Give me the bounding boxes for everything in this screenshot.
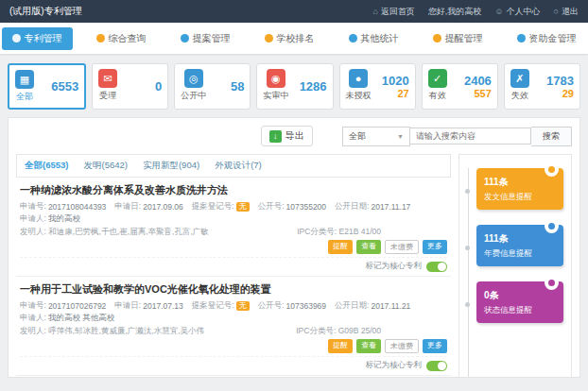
nav-item-1[interactable]: 综合查询 — [86, 27, 157, 50]
reminder-label: 状态信息提醒 — [484, 305, 556, 316]
ipc-class: IPC分类号: G09B 25/00 — [296, 326, 381, 337]
nav-item-icon — [433, 34, 441, 42]
header-link-1[interactable]: 您好,我的高校 — [428, 6, 482, 18]
reminder-card-2[interactable]: 0条状态信息提醒 — [476, 281, 563, 323]
stat-extra-value: 27 — [397, 88, 408, 99]
stat-left: ◉实审中 — [263, 69, 288, 104]
meta-value: 2017108044393 — [48, 202, 106, 212]
unauthorized-icon: ● — [349, 69, 368, 88]
stat-card-受理[interactable]: ✉受理0 — [92, 63, 168, 110]
stat-right: 178329 — [546, 69, 574, 104]
view-badge[interactable]: 查看 — [356, 240, 381, 254]
header-link-label: 返回首页 — [381, 6, 415, 18]
meta-field: 公开号:107355200 — [258, 201, 326, 212]
meta-field: 申请号:2017108044393 — [20, 201, 106, 212]
reminder-card-1[interactable]: 111条年费信息提醒 — [476, 225, 563, 266]
reminder-card-0[interactable]: 111条发文信息提醒 — [476, 168, 563, 210]
stat-card-失效[interactable]: ✗失效178329 — [504, 63, 580, 110]
patent-title[interactable]: 一种纳滤浓水酸分离体系及改善水质洗井方法 — [20, 183, 447, 197]
meta-field: 公开号:107363969 — [258, 300, 326, 312]
patent-list: 一种纳滤浓水酸分离体系及改善水质洗井方法申请号:2017108044393申请日… — [16, 178, 451, 378]
home-icon: ⌂ — [372, 7, 377, 16]
patent-title[interactable]: 一种用于工业试验和教学的VOC光催化氧化处理的装置 — [20, 282, 447, 297]
meta-value: 我的高校 其他高校 — [48, 313, 114, 324]
ipc-class: IPC分类号: E21B 41/00 — [297, 227, 381, 238]
reminder-sidebar: 111条发文信息提醒111条年费信息提醒0条状态信息提醒 — [458, 154, 572, 378]
nav-item-icon — [265, 34, 273, 42]
invalid-icon: ✗ — [510, 69, 529, 88]
meta-label: 公开号: — [258, 300, 285, 312]
search-input[interactable] — [410, 128, 531, 144]
tab-2[interactable]: 实用新型(904) — [143, 160, 199, 172]
meta-field: 申请号:2017107026792 — [20, 300, 106, 312]
filter-select[interactable]: 全部 ▼ — [342, 127, 410, 146]
nav-item-label: 综合查询 — [109, 32, 147, 45]
reminder-badge[interactable]: 提醒 — [328, 240, 353, 254]
header-links: ⌂返回首页您好,我的高校☺个人中心○退出 — [372, 6, 579, 18]
stat-value: 1783 — [546, 74, 574, 88]
stat-right: 0 — [155, 69, 162, 104]
toolbar: ↓ 导出 全部 ▼ 搜索 — [16, 126, 572, 146]
mark-core-row: 标记为核心专利 — [20, 257, 447, 272]
reminder-badge[interactable]: 提醒 — [328, 339, 353, 353]
nav-item-6[interactable]: 资助金管理 — [507, 27, 587, 50]
meta-field: 申请日:2017.09.06 — [114, 201, 182, 212]
stat-card-实审中[interactable]: ◉实审中1286 — [256, 63, 333, 110]
stat-label: 全部 — [16, 91, 33, 103]
view-badge[interactable]: 查看 — [356, 339, 381, 353]
nav-item-label: 专利管理 — [25, 32, 62, 45]
unpaid-badge[interactable]: 未缴费 — [385, 339, 419, 353]
meta-label: 公开号: — [258, 201, 285, 212]
meta-field: 提案登记号:无 — [192, 300, 250, 312]
stat-right: 58 — [231, 69, 244, 104]
more-badge[interactable]: 更多 — [423, 240, 447, 254]
nav-item-0[interactable]: 专利管理 — [2, 27, 73, 50]
nav-item-3[interactable]: 学校排名 — [254, 27, 325, 50]
core-patent-toggle[interactable] — [426, 361, 447, 371]
stat-card-全部[interactable]: ▦全部6553 — [8, 63, 86, 110]
nav-item-icon — [181, 34, 189, 42]
nav-item-label: 资助金管理 — [529, 32, 577, 45]
bell-icon — [545, 276, 559, 290]
tab-0[interactable]: 全部(6553) — [25, 160, 68, 172]
inventors-text: 发明人: 呼萍伟,邹冰胜,黄威廉,广濑汰,水慧宜,吴小伟 — [20, 326, 204, 337]
meta-value: 2017107026792 — [48, 301, 106, 311]
stat-card-有效[interactable]: ✓有效2406557 — [422, 63, 498, 110]
patent-badges: 提醒查看未缴费更多 — [20, 240, 447, 254]
nav-item-4[interactable]: 其他统计 — [338, 27, 409, 50]
header-link-label: 您好,我的高校 — [428, 6, 482, 18]
core-patent-toggle[interactable] — [426, 262, 447, 272]
meta-field: 公开日期:2017.11.21 — [335, 300, 410, 312]
more-badge[interactable]: 更多 — [423, 339, 447, 353]
stat-label: 受理 — [99, 90, 116, 102]
reminder-count: 111条 — [484, 176, 556, 189]
stat-left: ✓有效 — [428, 69, 447, 104]
nav-item-5[interactable]: 提醒管理 — [423, 27, 493, 50]
reminder-label: 年费信息提醒 — [484, 248, 556, 260]
header-link-0[interactable]: ⌂返回首页 — [372, 6, 414, 18]
nav-item-label: 提案管理 — [193, 32, 231, 45]
tab-3[interactable]: 外观设计(7) — [215, 160, 262, 172]
patent-line2: 发明人: 呼萍伟,邹冰胜,黄威廉,广濑汰,水慧宜,吴小伟IPC分类号: G09B… — [20, 326, 447, 337]
search-button[interactable]: 搜索 — [531, 127, 572, 146]
stat-left: ✉受理 — [98, 69, 117, 104]
export-button[interactable]: ↓ 导出 — [261, 126, 313, 146]
public-icon: ◎ — [184, 69, 203, 88]
header-link-3[interactable]: ○退出 — [554, 6, 579, 18]
unpaid-badge[interactable]: 未缴费 — [385, 240, 419, 254]
tab-1[interactable]: 发明(5642) — [83, 160, 127, 172]
meta-label: 公开日期: — [335, 300, 369, 312]
header-link-2[interactable]: ☺个人中心 — [494, 6, 540, 18]
top-header: (试用版)专利管理 ⌂返回首页您好,我的高校☺个人中心○退出 — [0, 0, 588, 23]
nav-item-label: 其他统计 — [361, 32, 399, 45]
stat-card-公开中[interactable]: ◎公开中58 — [174, 63, 251, 110]
patent-meta: 申请号:2017107026792申请日:2017.07.13提案登记号:无公开… — [20, 300, 447, 324]
stat-left: ▦全部 — [15, 70, 34, 103]
reminder-item: 111条年费信息提醒 — [476, 225, 563, 266]
nav-item-2[interactable]: 提案管理 — [170, 27, 241, 50]
app-title: (试用版)专利管理 — [9, 5, 82, 18]
stat-card-未授权[interactable]: ●未授权102027 — [339, 63, 416, 110]
stat-value: 1286 — [300, 79, 327, 94]
valid-icon: ✓ — [428, 69, 447, 88]
content-panel: ↓ 导出 全部 ▼ 搜索 全部(6553)发明(5642)实用新型(904)外观… — [8, 117, 580, 378]
